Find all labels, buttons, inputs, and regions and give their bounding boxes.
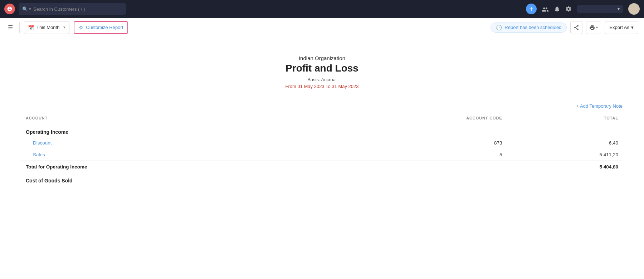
table-row: Discount 873 6,40 [21, 137, 623, 149]
add-button[interactable]: + [526, 4, 537, 14]
logo-icon [7, 6, 13, 12]
total-label: Total for Operating Income [21, 161, 318, 173]
col-account: ACCOUNT [21, 112, 318, 124]
share-icon [574, 25, 579, 30]
total-cell: 6,40 [507, 137, 623, 149]
account-code-cell: 873 [318, 137, 506, 149]
add-note-label: + Add Temporary Note [576, 103, 623, 109]
main-content: Indian Organization Profit and Loss Basi… [0, 37, 644, 279]
search-icon: 🔍 ▾ [22, 6, 31, 12]
hamburger-icon: ☰ [8, 24, 13, 31]
report-organization: Indian Organization [21, 55, 623, 61]
share-button[interactable] [570, 21, 582, 34]
col-account-code: ACCOUNT CODE [318, 112, 506, 124]
total-row-operating-income: Total for Operating Income 5 404,80 [21, 161, 623, 173]
company-dropdown[interactable]: ​ ▾ [577, 5, 623, 13]
account-cell: Discount [21, 137, 318, 149]
add-note-row: + Add Temporary Note [21, 96, 623, 112]
settings-icon-button[interactable] [565, 6, 572, 12]
account-link-discount[interactable]: Discount [33, 140, 52, 146]
calendar-icon: 📅 [28, 25, 34, 30]
print-button[interactable]: ▾ [586, 21, 601, 34]
report-title: Profit and Loss [21, 63, 623, 74]
add-note-button[interactable]: + Add Temporary Note [576, 103, 623, 109]
table-header: ACCOUNT ACCOUNT CODE TOTAL [21, 112, 623, 124]
report-basis: Basis: Accrual [21, 77, 623, 82]
search-bar[interactable]: 🔍 ▾ [19, 3, 126, 15]
section-operating-income: Operating Income [21, 124, 623, 137]
period-label: This Month [36, 25, 59, 30]
account-code-cell: 5 [318, 149, 506, 161]
avatar[interactable] [628, 3, 640, 15]
total-cell: 5 411,20 [507, 149, 623, 161]
table-body: Operating Income Discount 873 6,40 Sales… [21, 124, 623, 186]
section-header-label: Operating Income [21, 124, 623, 137]
period-selector[interactable]: 📅 This Month ▾ [24, 21, 69, 34]
export-label: Export As [609, 25, 629, 30]
table-row: Sales 5 5 411,20 [21, 149, 623, 161]
people-icon-button[interactable] [542, 6, 549, 12]
settings-icon [565, 6, 572, 12]
print-chevron-icon: ▾ [596, 25, 598, 29]
print-icon [589, 25, 595, 30]
search-input[interactable] [33, 6, 122, 12]
clock-icon: 🕐 [496, 25, 502, 30]
section-cogs-label: Cost of Goods Sold [21, 173, 623, 186]
total-value: 5 404,80 [507, 161, 623, 173]
toolbar: ☰ 📅 This Month ▾ ⚙ Customize Report 🕐 Re… [0, 18, 644, 37]
bell-icon [554, 6, 560, 12]
report-table: ACCOUNT ACCOUNT CODE TOTAL Operating Inc… [21, 112, 623, 186]
scheduled-label: Report has been scheduled [504, 25, 561, 30]
scheduled-badge: 🕐 Report has been scheduled [491, 23, 567, 33]
customize-report-button[interactable]: ⚙ Customize Report [74, 21, 128, 34]
customize-gear-icon: ⚙ [79, 25, 83, 30]
report-date-range: From 01 May 2023 To 31 May 2023 [21, 84, 623, 89]
toolbar-divider [19, 22, 20, 33]
toolbar-right: 🕐 Report has been scheduled ▾ Export As … [491, 21, 638, 34]
account-link-sales[interactable]: Sales [33, 152, 45, 157]
app-logo[interactable] [4, 4, 15, 14]
account-cell: Sales [21, 149, 318, 161]
period-chevron-icon: ▾ [63, 25, 65, 30]
export-button[interactable]: Export As ▾ [605, 21, 638, 34]
navbar: 🔍 ▾ + ​ ▾ [0, 0, 644, 18]
dropdown-chevron: ▾ [618, 6, 620, 11]
customize-label: Customize Report [86, 25, 123, 30]
menu-button[interactable]: ☰ [6, 22, 15, 33]
people-icon [542, 6, 549, 12]
navbar-actions: + ​ ▾ [526, 3, 640, 15]
col-total: TOTAL [507, 112, 623, 124]
report-header: Indian Organization Profit and Loss Basi… [21, 44, 623, 96]
total-code-cell [318, 161, 506, 173]
bell-icon-button[interactable] [554, 6, 560, 12]
export-chevron-icon: ▾ [631, 25, 634, 30]
section-cogs: Cost of Goods Sold [21, 173, 623, 186]
